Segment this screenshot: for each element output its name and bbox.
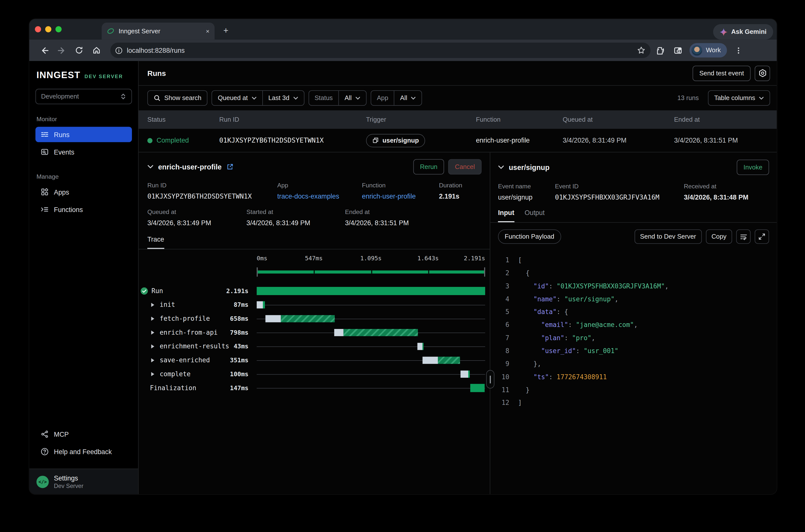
- expand-button[interactable]: [755, 229, 769, 244]
- panel-resize-handle[interactable]: [486, 370, 494, 388]
- sidebar-item-help[interactable]: Help and Feedback: [35, 444, 132, 459]
- settings-footer[interactable]: </> Settings Dev Server: [30, 469, 138, 494]
- tab-output[interactable]: Output: [524, 209, 545, 222]
- trace-bar: [257, 287, 485, 295]
- function-cell: enrich-user-profile: [476, 137, 563, 144]
- gemini-sparkle-icon: [720, 28, 728, 36]
- inngest-app: INNGEST DEV SERVER Development Monitor R…: [30, 61, 777, 494]
- extensions-icon[interactable]: [652, 42, 668, 58]
- address-bar[interactable]: localhost:8288/runs: [110, 42, 651, 58]
- search-tabs-icon[interactable]: [670, 42, 686, 58]
- sidebar-item-events[interactable]: Events: [35, 144, 132, 160]
- tab-input[interactable]: Input: [498, 209, 514, 222]
- trace-row[interactable]: save-enriched 351ms: [139, 353, 485, 367]
- forward-icon[interactable]: [54, 42, 70, 58]
- trace-bar-segment: [257, 287, 485, 295]
- expand-icon: [758, 233, 765, 240]
- trace-row[interactable]: Run 2.191s: [139, 284, 485, 298]
- tab-trace[interactable]: Trace: [147, 236, 164, 249]
- line-number: 7: [498, 331, 509, 344]
- environment-select[interactable]: Development: [35, 89, 132, 104]
- browser-tabstrip: Inngest Server × + Ask Gemini: [30, 19, 777, 40]
- trace-bar: [257, 328, 485, 337]
- minimize-window-button[interactable]: [45, 26, 52, 32]
- status-badge: Completed: [147, 137, 219, 144]
- dev-server-settings-button[interactable]: [755, 65, 770, 81]
- trace-step-name: enrich-from-api: [160, 328, 218, 336]
- line-number: 11: [498, 383, 509, 396]
- trace-step-duration: 351ms: [230, 356, 257, 363]
- send-test-event-button[interactable]: Send test event: [693, 65, 751, 81]
- sidebar-item-mcp[interactable]: MCP: [35, 426, 132, 442]
- event-panel: user/signup Invoke Event name user/signu…: [490, 153, 777, 494]
- ended-at-value: 3/4/2026, 8:31:51 PM: [345, 219, 409, 227]
- maximize-window-button[interactable]: [56, 26, 62, 32]
- sidebar-item-runs[interactable]: Runs: [35, 127, 132, 142]
- trace-row[interactable]: complete 100ms: [139, 367, 485, 381]
- expand-chevron-icon[interactable]: [148, 370, 156, 378]
- invoke-button[interactable]: Invoke: [737, 159, 769, 175]
- trace-overview-bar[interactable]: [139, 267, 485, 277]
- trace-row[interactable]: Finalization 147ms: [139, 381, 485, 395]
- status-filter[interactable]: Status All: [308, 90, 367, 106]
- line-number: 1: [498, 253, 509, 266]
- line-number: 8: [498, 344, 509, 357]
- ask-gemini-button[interactable]: Ask Gemini: [713, 24, 773, 40]
- payload-code[interactable]: 1[2{3"id": "01KJXSYPSFHBXX03GRJFV3A16M",…: [490, 251, 777, 494]
- trace-step-name: Finalization: [150, 384, 196, 392]
- collapse-chevron-icon[interactable]: [147, 165, 154, 169]
- close-window-button[interactable]: [35, 26, 41, 32]
- time-field-select[interactable]: Queued at: [212, 91, 262, 105]
- expand-chevron-icon[interactable]: [148, 328, 156, 337]
- url-text[interactable]: localhost:8288/runs: [127, 46, 633, 54]
- send-to-dev-server-button[interactable]: Send to Dev Server: [635, 229, 702, 244]
- expand-chevron-icon[interactable]: [148, 356, 156, 364]
- started-at-value: 3/4/2026, 8:31:49 PM: [246, 219, 345, 227]
- table-columns-button[interactable]: Table columns: [708, 90, 770, 106]
- trace-step-duration: 43ms: [234, 343, 257, 350]
- trace-step-duration: 798ms: [230, 329, 257, 336]
- time-range-select[interactable]: Last 3d: [262, 91, 304, 105]
- queued-at-cell: 3/4/2026, 8:31:49 PM: [563, 137, 674, 144]
- code-line: 10"ts": 1772674308911: [498, 370, 777, 383]
- sidebar-item-apps[interactable]: Apps: [35, 184, 132, 200]
- cancel-button[interactable]: Cancel: [448, 159, 482, 174]
- back-icon[interactable]: [36, 42, 52, 58]
- rerun-button[interactable]: Rerun: [413, 159, 444, 174]
- new-tab-button[interactable]: +: [220, 25, 231, 36]
- collapse-chevron-icon[interactable]: [498, 165, 504, 169]
- expand-chevron-icon[interactable]: [148, 342, 156, 350]
- wrap-text-button[interactable]: [736, 229, 751, 244]
- browser-tab[interactable]: Inngest Server ×: [101, 23, 214, 40]
- home-icon[interactable]: [89, 42, 104, 58]
- trace-row[interactable]: init 87ms: [139, 298, 485, 311]
- bookmark-star-icon[interactable]: [637, 46, 645, 55]
- sidebar-item-functions[interactable]: Functions: [35, 202, 132, 217]
- expand-chevron-icon[interactable]: [148, 301, 156, 309]
- external-link-icon[interactable]: [226, 163, 233, 170]
- main-content: Runs Send test event Show search: [139, 61, 777, 494]
- trace-bar-segment: [343, 329, 418, 336]
- app-filter-value[interactable]: All: [394, 91, 422, 105]
- copy-button[interactable]: Copy: [706, 229, 732, 244]
- trace-row[interactable]: enrich-from-api 798ms: [139, 325, 485, 339]
- show-search-button[interactable]: Show search: [147, 90, 208, 106]
- expand-chevron-icon[interactable]: [148, 314, 156, 322]
- site-info-icon[interactable]: [115, 46, 123, 54]
- app-filter[interactable]: App All: [371, 90, 422, 106]
- profile-chip[interactable]: Work: [690, 43, 727, 57]
- trace-row[interactable]: enrichment-results 43ms: [139, 339, 485, 353]
- trace-bar: [257, 342, 485, 350]
- app-link[interactable]: trace-docs-examples: [277, 192, 362, 200]
- table-row[interactable]: Completed 01KJXSYPZYB6TH2DSDSYETWN1X use…: [139, 129, 777, 152]
- function-link[interactable]: enrich-user-profile: [362, 192, 439, 200]
- reload-icon[interactable]: [72, 42, 87, 58]
- no-icon: [140, 384, 148, 392]
- status-filter-value[interactable]: All: [338, 91, 366, 105]
- code-line: 3"id": "01KJXSYPSFHBXX03GRJFV3A16M",: [498, 280, 777, 292]
- trace-row[interactable]: fetch-profile 658ms: [139, 311, 485, 325]
- code-line: 7"plan": "pro",: [498, 331, 777, 344]
- close-tab-icon[interactable]: ×: [206, 27, 209, 35]
- browser-menu-icon[interactable]: [731, 42, 747, 58]
- trigger-pill[interactable]: user/signup: [366, 134, 425, 147]
